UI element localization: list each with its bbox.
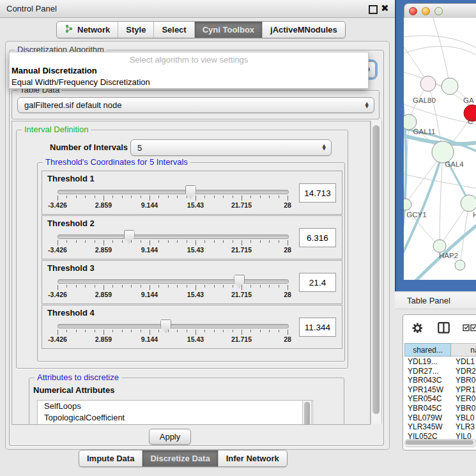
tab-select[interactable]: Select [154, 22, 194, 38]
tab-cyni-toolbox[interactable]: Cyni Toolbox [195, 22, 263, 38]
table-data-combobox[interactable]: galFiltered.sif default node ▲▼ [17, 97, 374, 113]
slider-tick [242, 330, 242, 335]
slider-tick [223, 240, 224, 243]
tab-label: Impute Data [87, 454, 134, 463]
column-header-shared-name[interactable]: shared... [404, 343, 451, 357]
algorithm-option[interactable]: Equal Width/Frequency Discretization [10, 77, 368, 88]
panel-scrollbar-thumb[interactable] [372, 125, 380, 414]
node-gcy1[interactable] [404, 199, 411, 210]
table-panel-title: Table Panel [407, 296, 450, 305]
algorithm-option[interactable]: Manual Discretization [10, 65, 368, 77]
tab-style[interactable]: Style [118, 22, 154, 38]
algorithm-dropdown-popup: Select algorithm to view settings Manual… [9, 52, 369, 89]
threshold-slider-track[interactable] [58, 190, 289, 194]
attribute-list-item[interactable]: BetweennessCentrality [38, 424, 312, 425]
thresholds-group-title: Threshold's Coordinates for 5 Intervals [43, 157, 190, 167]
threshold-value-field[interactable]: 21.4 [299, 273, 336, 292]
table-row[interactable]: YBR043CYBR0 [403, 376, 476, 385]
threshold-value-field[interactable]: 14.713 [299, 183, 336, 203]
threshold-value-field[interactable]: 11.344 [299, 318, 336, 337]
panel-scrollbar[interactable] [371, 121, 382, 424]
table-row[interactable]: YBL079WYBL0 [403, 413, 476, 423]
attributes-list-scrollbar[interactable] [302, 401, 312, 425]
interval-definition-group: Interval Definition Number of Intervals … [16, 130, 348, 369]
threshold-row: Threshold 1-3.4262.8599.14415.4321.71528… [42, 171, 342, 215]
slider-tick [131, 196, 132, 198]
cell-shared-name: YER054C [408, 394, 451, 403]
slider-tick [104, 330, 104, 335]
slider-tick [279, 285, 279, 288]
table-row[interactable]: YPR145WYPR1 [403, 385, 476, 395]
slider-tick [279, 330, 279, 332]
node-gal80[interactable] [420, 76, 436, 91]
slider-tick [187, 330, 187, 332]
slider-tick [95, 196, 95, 198]
cell-shared-name: YBL079W [408, 413, 451, 422]
network-canvas[interactable]: GAL80GACGAL11GAL4GCY1HHAP2 [404, 18, 476, 280]
apply-button[interactable]: Apply [149, 429, 191, 445]
minimize-traffic-light-icon[interactable] [422, 7, 430, 15]
cell-name: YDL1 [456, 357, 476, 366]
slider-tick [112, 285, 113, 288]
node-h[interactable] [461, 195, 476, 211]
table-row[interactable]: YLR345WYLR3 [403, 422, 476, 432]
network-window-titlebar[interactable] [404, 3, 476, 19]
tab-discretize-data[interactable]: Discretize Data [142, 450, 218, 466]
slider-tick [233, 196, 233, 198]
slider-tick-label: 15.43 [187, 335, 204, 343]
tab-impute-data[interactable]: Impute Data [79, 450, 142, 466]
node-upper-right[interactable] [441, 78, 458, 95]
number-of-intervals-combobox[interactable]: 5 ▲▼ [130, 139, 332, 156]
slider-tick [196, 285, 196, 290]
slider-tick [122, 240, 123, 243]
slider-tick [112, 196, 113, 198]
slider-tick [242, 240, 242, 245]
zoom-traffic-light-icon[interactable] [434, 7, 443, 15]
slider-tick [204, 330, 205, 332]
table-hscrollbar-thumb[interactable] [406, 440, 473, 445]
algorithm-placeholder-option[interactable]: Select algorithm to view settings [10, 52, 368, 65]
node-gal4[interactable] [432, 141, 454, 163]
select-columns-icon[interactable] [463, 324, 476, 332]
column-header-name[interactable]: na [451, 343, 476, 357]
combo-stepper-icon: ▲▼ [323, 144, 326, 151]
attributes-scrollbar-thumb[interactable] [304, 402, 310, 425]
tab-jactivemnodules[interactable]: jActiveMNodules [263, 22, 345, 38]
threshold-value-field[interactable]: 6.316 [299, 228, 336, 247]
tab-network[interactable]: Network [57, 22, 118, 38]
table-row[interactable]: YDR27...YDR2 [403, 367, 476, 376]
node-hap2[interactable] [433, 240, 446, 252]
slider-tick [122, 196, 123, 198]
node-bottom-small[interactable] [455, 260, 465, 270]
cell-shared-name: YPR145W [408, 385, 451, 394]
slider-tick [250, 240, 251, 243]
numerical-attributes-list[interactable]: SelfLoopsTopologicalCoefficientBetweenne… [37, 400, 313, 425]
attribute-list-item[interactable]: TopologicalCoefficient [38, 412, 312, 424]
table-row[interactable]: YER054CYER0 [403, 394, 476, 404]
slider-tick [150, 240, 150, 245]
slider-tick [288, 285, 288, 290]
threshold-slider-track[interactable] [58, 234, 289, 239]
table-row[interactable]: YDL19...YDL1 [403, 357, 476, 367]
table-row[interactable]: YBR045CYBR0 [403, 404, 476, 413]
gear-icon[interactable] [412, 323, 423, 334]
slider-tick [76, 330, 77, 332]
table-hscrollbar[interactable] [404, 439, 476, 447]
split-columns-icon[interactable] [438, 322, 450, 334]
slider-tick [187, 285, 187, 288]
cell-shared-name: YLR345W [408, 422, 451, 431]
table-panel-header: Table Panel [395, 293, 476, 309]
threshold-slider-track[interactable] [58, 324, 289, 328]
cell-shared-name: YDR27... [408, 367, 451, 376]
close-traffic-light-icon[interactable] [409, 7, 417, 15]
tab-infer-network[interactable]: Infer Network [219, 450, 287, 466]
slider-tick [58, 330, 58, 335]
float-window-button[interactable] [369, 5, 378, 14]
close-panel-button[interactable]: ✖ [381, 3, 389, 14]
threshold-slider-track[interactable] [58, 279, 289, 284]
slider-tick [187, 240, 187, 243]
network-window[interactable]: GAL80GACGAL11GAL4GCY1HHAP2 [395, 0, 476, 291]
attribute-list-item[interactable]: SelfLoops [38, 401, 312, 412]
slider-tick [131, 240, 132, 243]
slider-tick [260, 330, 261, 332]
